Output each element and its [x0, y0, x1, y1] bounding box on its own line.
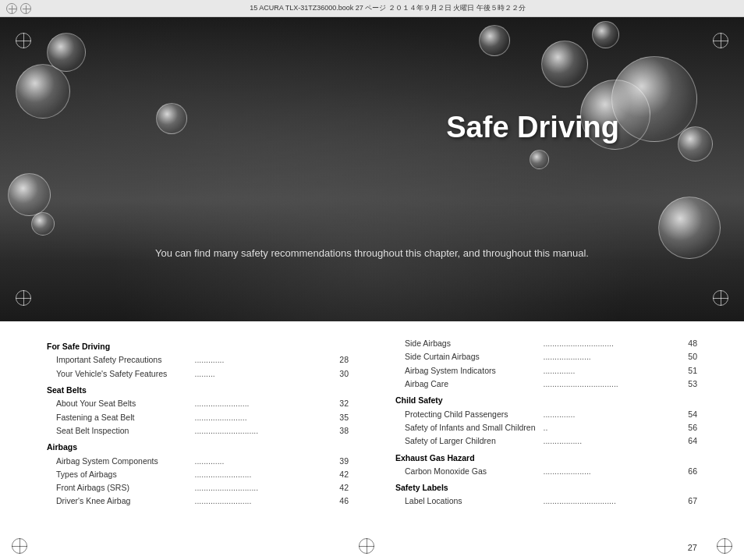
toc-item: Label Locations ........................…: [395, 494, 697, 508]
topbar-crosshair-left: [6, 3, 17, 14]
toc-item-dots: ........................: [195, 397, 332, 410]
toc-item-label: Safety of Infants and Small Children: [405, 421, 542, 434]
toc-item-dots: ............................: [195, 424, 332, 438]
toc-item-page: 39: [333, 455, 349, 468]
toc-right-column: Side Airbags ...........................…: [372, 337, 697, 544]
toc-item: Side Airbags ...........................…: [395, 337, 697, 350]
toc-item-label: Side Curtain Airbags: [405, 350, 542, 363]
toc-item-label: Fastening a Seat Belt: [56, 411, 193, 424]
topbar-text: 15 ACURA TLX-31TZ36000.book 27 ページ ２０１４年…: [37, 3, 738, 13]
toc-item-dots: .................................: [544, 377, 681, 391]
bubble-7: [678, 126, 713, 161]
toc-item-page: 64: [682, 434, 697, 448]
toc-item-page: 35: [333, 411, 349, 424]
content-section: For Safe DrivingImportant Safety Precaut…: [0, 321, 744, 560]
bottom-crosshair-3: [359, 538, 374, 554]
bubble-10: [31, 212, 55, 236]
toc-item: Airbag System Indicators .............. …: [395, 364, 697, 377]
toc-item: Types of Airbags .......................…: [47, 468, 349, 481]
toc-section-header: Safety Labels: [395, 481, 697, 494]
hero-crosshair-bl: [16, 290, 31, 306]
toc-item: Protecting Child Passengers ............…: [395, 408, 697, 421]
bubble-2: [47, 33, 86, 72]
toc-item-label: Airbag System Indicators: [405, 364, 542, 377]
toc-item-dots: .....................: [544, 350, 681, 363]
toc-item-page: 42: [333, 481, 349, 494]
toc-item-label: Front Airbags (SRS): [56, 481, 193, 494]
toc-item: Safety of Infants and Small Children .. …: [395, 421, 697, 434]
toc-item-label: Types of Airbags: [56, 468, 193, 481]
top-bar: 15 ACURA TLX-31TZ36000.book 27 ページ ２０１４年…: [0, 0, 744, 17]
toc-item-label: Your Vehicle's Safety Features: [56, 367, 193, 381]
toc-item: Front Airbags (SRS) ....................…: [47, 481, 349, 494]
toc-item: Safety of Larger Children ..............…: [395, 434, 697, 448]
toc-container: For Safe DrivingImportant Safety Precaut…: [47, 337, 697, 544]
bottom-crosshair-1: [12, 538, 27, 554]
toc-section-header: Seat Belts: [47, 384, 349, 397]
toc-item-label: Side Airbags: [405, 337, 542, 350]
toc-left-column: For Safe DrivingImportant Safety Precaut…: [47, 337, 372, 544]
bubble-8: [592, 21, 619, 48]
toc-item-page: 32: [333, 397, 349, 410]
toc-section-header: Exhaust Gas Hazard: [395, 452, 697, 465]
toc-item-page: 42: [333, 468, 349, 481]
hero-crosshair-tr: [713, 33, 728, 48]
toc-item-page: 67: [682, 494, 697, 508]
toc-item-dots: .......................: [195, 411, 332, 424]
toc-item-page: 38: [333, 424, 349, 438]
toc-section-header: For Safe Driving: [47, 340, 349, 353]
toc-item: Carbon Monoxide Gas ....................…: [395, 465, 697, 478]
toc-item-dots: ..............: [544, 364, 681, 377]
toc-item: Fastening a Seat Belt ..................…: [47, 411, 349, 424]
hero-crosshair-tl: [16, 33, 31, 48]
toc-item-dots: ................................: [544, 494, 681, 508]
toc-item-page: 50: [682, 350, 697, 363]
toc-item-dots: .........................: [195, 468, 332, 481]
bubble-5: [479, 25, 510, 56]
toc-item-dots: ............................: [195, 481, 332, 494]
toc-item-label: Driver's Knee Airbag: [56, 494, 193, 508]
bubble-12: [530, 150, 549, 169]
toc-item-page: 48: [682, 337, 697, 350]
toc-item-page: 30: [333, 367, 349, 381]
toc-item: Seat Belt Inspection ...................…: [47, 424, 349, 438]
toc-item-dots: .............: [195, 353, 332, 367]
page-container: 15 ACURA TLX-31TZ36000.book 27 ページ ２０１４年…: [0, 0, 744, 560]
toc-item-dots: ..: [544, 421, 681, 434]
toc-item-dots: .........................: [195, 494, 332, 508]
toc-item-label: Airbag System Components: [56, 455, 193, 468]
topbar-crosshair-right: [20, 3, 31, 14]
toc-item-label: Important Safety Precautions: [56, 353, 193, 367]
page-number: 27: [688, 543, 697, 552]
toc-item-dots: .................: [544, 434, 681, 448]
toc-item-page: 54: [682, 408, 697, 421]
toc-item-label: Seat Belt Inspection: [56, 424, 193, 438]
toc-item-label: Protecting Child Passengers: [405, 408, 542, 421]
hero-title: Safe Driving: [446, 111, 619, 144]
toc-section-header: Child Safety: [395, 394, 697, 407]
toc-item-dots: ...............................: [544, 337, 681, 350]
toc-item: Driver's Knee Airbag ...................…: [47, 494, 349, 508]
toc-item-label: Carbon Monoxide Gas: [405, 465, 542, 478]
toc-item-page: 66: [682, 465, 697, 478]
bubble-9: [8, 173, 51, 216]
hero-section: Safe Driving You can find many safety re…: [0, 17, 744, 321]
toc-item-page: 53: [682, 377, 697, 391]
toc-item: Airbag System Components ............. 3…: [47, 455, 349, 468]
toc-item: Airbag Care ............................…: [395, 377, 697, 391]
hero-subtitle: You can find many safety recommendations…: [0, 247, 744, 259]
toc-item-label: Airbag Care: [405, 377, 542, 391]
toc-item-dots: .........: [195, 367, 332, 381]
bubble-4: [541, 41, 588, 87]
toc-item-page: 51: [682, 364, 697, 377]
toc-item-dots: ..............: [544, 408, 681, 421]
toc-item-dots: .............: [195, 455, 332, 468]
bubble-1: [16, 64, 70, 119]
toc-item-label: Label Locations: [405, 494, 542, 508]
bubble-13: [156, 103, 187, 134]
toc-item: Important Safety Precautions ...........…: [47, 353, 349, 367]
toc-item-page: 46: [333, 494, 349, 508]
hero-crosshair-br: [713, 290, 728, 306]
toc-section-header: Airbags: [47, 441, 349, 454]
toc-item-page: 28: [333, 353, 349, 367]
